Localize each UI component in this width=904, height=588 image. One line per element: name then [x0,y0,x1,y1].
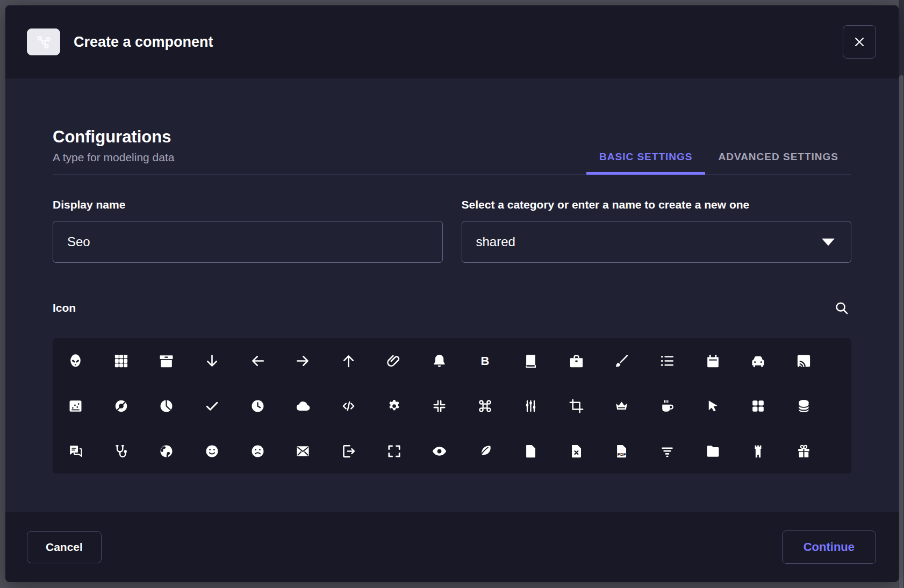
svg-text:PDF: PDF [618,451,626,456]
file-icon[interactable] [508,428,554,474]
chart-pie-icon[interactable] [144,383,189,428]
chart-circle-icon[interactable] [98,383,144,428]
create-component-modal: Create a component Configurations A type… [5,5,899,582]
collapse-icon[interactable] [417,383,463,428]
component-icon [27,28,60,55]
car-icon[interactable] [736,338,781,383]
cog-icon[interactable] [371,383,417,428]
icon-picker-head: Icon [53,298,851,318]
apps-icon[interactable] [98,338,144,383]
bullet-list-icon[interactable] [644,338,690,383]
modal-title: Create a component [74,34,213,51]
file-pdf-icon[interactable]: PDF [599,428,644,474]
close-icon [853,35,866,48]
background-scrollbar-thumb [899,75,903,588]
discuss-icon[interactable] [53,428,98,474]
sliders-icon[interactable] [508,383,554,428]
file-error-icon[interactable] [554,428,599,474]
crown-icon[interactable] [599,383,644,428]
form-row: Display name Select a category or enter … [53,198,851,263]
cloud-icon[interactable] [281,383,326,428]
display-name-field-group: Display name [53,198,443,263]
section-headings: Configurations A type for modeling data [53,127,174,174]
briefcase-icon[interactable] [554,338,599,383]
modal-footer: Cancel Continue [5,512,899,582]
arrow-up-icon[interactable] [326,338,371,383]
tab-basic-settings[interactable]: BASIC SETTINGS [586,151,705,174]
display-name-input[interactable] [53,221,443,263]
feather-icon[interactable] [462,428,508,474]
tab-advanced-settings[interactable]: ADVANCED SETTINGS [705,151,851,174]
dashboard-icon[interactable] [736,383,781,428]
emotion-unhappy-icon[interactable] [235,428,281,474]
folder-icon[interactable] [690,428,736,474]
crop-icon[interactable] [554,383,599,428]
database-icon[interactable] [781,383,827,428]
bell-icon[interactable] [417,338,463,383]
cancel-button[interactable]: Cancel [27,531,102,563]
bold-icon[interactable]: B [462,338,508,383]
modal-header: Create a component [5,5,899,78]
envelope-icon[interactable] [281,428,326,474]
settings-tabs: BASIC SETTINGS ADVANCED SETTINGS [586,151,851,174]
icon-search-button[interactable] [832,298,851,318]
icon-picker-label: Icon [53,302,76,314]
page-title: Configurations [53,127,174,147]
command-icon[interactable] [462,383,508,428]
doctor-icon[interactable] [98,428,144,474]
search-icon [833,299,850,317]
arrow-left-icon[interactable] [235,338,281,383]
exit-icon[interactable] [326,428,371,474]
filter-icon[interactable] [644,428,690,474]
cursor-icon[interactable] [690,383,736,428]
chevron-down-icon [821,238,836,247]
gift-icon[interactable] [781,428,827,474]
cast-icon[interactable] [781,338,827,383]
check-icon[interactable] [189,383,235,428]
brush-icon[interactable] [599,338,644,383]
background-scrollbar-track [899,0,904,588]
arrow-right-icon[interactable] [281,338,326,383]
archive-icon[interactable] [144,338,189,383]
continue-button[interactable]: Continue [782,530,876,564]
calendar-icon[interactable] [690,338,736,383]
cup-icon[interactable] [644,383,690,428]
alien-icon[interactable] [53,338,98,383]
attachment-icon[interactable] [371,338,417,383]
code-icon[interactable] [326,383,371,428]
book-icon[interactable] [508,338,554,383]
chart-bubble-icon[interactable] [53,383,98,428]
earth-icon[interactable] [144,428,189,474]
svg-text:B: B [481,354,490,367]
category-label: Select a category or enter a name to cre… [462,198,852,211]
category-select-value: shared [476,234,515,249]
modal-body: Configurations A type for modeling data … [5,78,899,512]
emotion-happy-icon[interactable] [189,428,235,474]
category-field-group: Select a category or enter a name to cre… [462,198,852,263]
display-name-label: Display name [53,198,443,211]
icon-grid: BPDF [53,338,851,474]
clock-icon[interactable] [235,383,281,428]
close-button[interactable] [843,25,876,59]
section-head: Configurations A type for modeling data … [53,127,851,175]
arrow-down-icon[interactable] [189,338,235,383]
expand-icon[interactable] [371,428,417,474]
eye-icon[interactable] [417,428,463,474]
gate-icon[interactable] [736,428,781,474]
category-select[interactable]: shared [462,221,852,263]
page-subtitle: A type for modeling data [53,150,174,164]
